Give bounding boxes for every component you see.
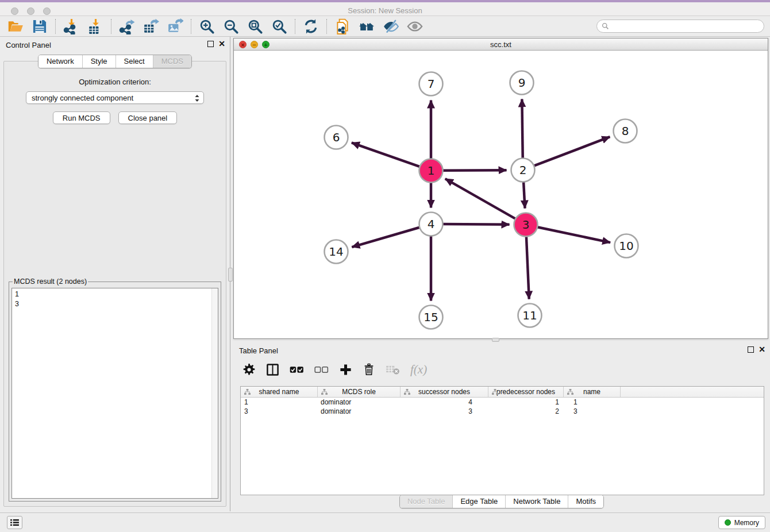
float-table-panel-icon[interactable] — [748, 346, 754, 353]
graph-edge-3-1[interactable] — [445, 179, 515, 219]
export-table-icon[interactable] — [143, 18, 160, 35]
network-window-titlebar[interactable]: × − + scc.txt — [234, 38, 768, 51]
node-table: shared nameMCDS rolesuccessor nodesprede… — [240, 386, 764, 495]
refresh-layout-icon[interactable] — [302, 18, 319, 35]
graph-edge-4-14[interactable] — [352, 228, 419, 247]
control-panel: Control Panel ✕ NetworkStyleSelectMCDS O… — [0, 37, 230, 511]
status-bar: Memory — [0, 512, 770, 532]
tab-edge-table[interactable]: Edge Table — [452, 495, 505, 508]
mcds-tab-content: Optimization criterion: strongly connect… — [3, 61, 226, 507]
close-panel-button[interactable]: Close panel — [118, 111, 178, 124]
close-table-panel-icon[interactable]: ✕ — [759, 346, 765, 353]
task-history-button[interactable] — [7, 516, 22, 529]
save-session-icon[interactable] — [31, 18, 48, 35]
cell-successor_nodes: 3 — [401, 407, 488, 415]
tab-motifs[interactable]: Motifs — [568, 495, 603, 508]
app-titlebar: Session: New Session — [0, 0, 770, 16]
run-mcds-button[interactable]: Run MCDS — [53, 111, 110, 124]
cell-name: 1 — [564, 398, 621, 406]
result-scrollbar[interactable] — [211, 288, 218, 498]
select-chevrons-icon — [194, 94, 200, 103]
delete-column-trash-icon[interactable] — [363, 363, 375, 376]
graph-node-label: 6 — [333, 130, 340, 144]
graph-edge-3-11[interactable] — [526, 236, 529, 299]
graph-edge-4-3[interactable] — [442, 224, 509, 225]
column-header-shared-name[interactable]: shared name — [241, 387, 318, 397]
import-network-icon[interactable] — [63, 18, 80, 35]
deselect-all-icon[interactable] — [314, 365, 329, 375]
graph-node-label: 4 — [428, 217, 435, 231]
zoom-in-icon[interactable] — [198, 18, 215, 35]
memory-button[interactable]: Memory — [718, 516, 765, 529]
table-body: 1dominator4113dominator323 — [241, 398, 764, 416]
vertical-splitter-handle[interactable] — [228, 268, 233, 282]
select-all-icon[interactable] — [290, 365, 304, 375]
table-row[interactable]: 1dominator411 — [241, 398, 764, 407]
mcds-result-values: 1 3 — [15, 290, 19, 309]
graph-node-label: 14 — [329, 245, 343, 259]
network-graph: 7968124314101511 — [234, 51, 768, 338]
graph-node-label: 15 — [424, 310, 438, 324]
column-header-predecessor-nodes[interactable]: predecessor nodes — [488, 387, 564, 397]
show-hide-panels-icon[interactable] — [382, 18, 399, 35]
close-panel-icon[interactable]: ✕ — [218, 41, 225, 47]
zoom-selected-icon[interactable] — [271, 18, 288, 35]
tab-node-table[interactable]: Node Table — [400, 495, 453, 508]
export-network-icon[interactable] — [118, 18, 136, 35]
column-header-MCDS-role[interactable]: MCDS role — [318, 387, 401, 397]
graph-node-label: 8 — [622, 124, 629, 138]
search-icon — [602, 22, 609, 30]
horizontal-splitter-handle[interactable] — [492, 338, 499, 342]
tab-network[interactable]: Network — [38, 55, 82, 68]
table-row[interactable]: 3dominator323 — [241, 407, 764, 416]
network-title: scc.txt — [234, 40, 768, 49]
graph-node-label: 7 — [428, 77, 435, 91]
float-panel-icon[interactable] — [207, 41, 214, 47]
criterion-selected-value: strongly connected component — [32, 94, 133, 102]
tab-network-table[interactable]: Network Table — [505, 495, 568, 508]
graph-node-label: 1 — [428, 164, 435, 178]
session-title: Session: New Session — [0, 6, 770, 15]
graph-edge-2-3[interactable] — [523, 182, 525, 208]
graph-node-label: 10 — [619, 239, 633, 253]
clone-network-icon[interactable] — [334, 18, 351, 35]
zoom-fit-icon[interactable] — [247, 18, 264, 35]
show-graphics-details-icon[interactable] — [406, 18, 424, 35]
table-panel: Table Panel ✕ f(x) shared nameMCDS rol — [233, 342, 770, 510]
graph-edge-1-6[interactable] — [352, 142, 420, 167]
show-column-panel-icon[interactable] — [266, 363, 279, 376]
cell-predecessor_nodes: 2 — [488, 407, 564, 415]
graph-edge-2-8[interactable] — [534, 137, 610, 166]
home-icon[interactable] — [358, 18, 375, 35]
network-view-window: × − + scc.txt 7968124314101511 — [233, 38, 768, 339]
graph-node-label: 2 — [519, 163, 527, 177]
cell-mcds_role: dominator — [318, 398, 401, 406]
search-input[interactable] — [612, 22, 759, 30]
cell-mcds_role: dominator — [318, 407, 401, 415]
open-session-icon[interactable] — [7, 18, 24, 35]
network-canvas[interactable]: 7968124314101511 — [234, 51, 768, 338]
optimization-criterion-select[interactable]: strongly connected component — [26, 91, 204, 104]
export-image-icon[interactable] — [167, 18, 184, 35]
import-table-icon[interactable] — [87, 18, 104, 35]
mcds-result-textarea[interactable]: 1 3 — [11, 288, 218, 499]
column-header-name[interactable]: name — [564, 387, 621, 397]
zoom-out-icon[interactable] — [222, 18, 240, 35]
graph-edge-1-2[interactable] — [442, 170, 506, 171]
optimization-criterion-label: Optimization criterion: — [4, 78, 226, 86]
graph-node-label: 11 — [522, 309, 537, 322]
table-panel-tabs: Node TableEdge TableNetwork TableMotifs — [399, 495, 604, 508]
tab-select[interactable]: Select — [116, 55, 153, 68]
graph-node-label: 9 — [518, 76, 526, 90]
table-panel-title: Table Panel — [239, 346, 278, 355]
column-header-successor-nodes[interactable]: successor nodes — [401, 387, 488, 397]
tab-style[interactable]: Style — [82, 55, 116, 68]
memory-status-icon — [725, 519, 731, 526]
create-column-plus-icon[interactable] — [339, 363, 352, 376]
table-toolbar: f(x) — [242, 361, 427, 378]
graph-edge-3-10[interactable] — [537, 227, 610, 242]
tab-mcds[interactable]: MCDS — [153, 55, 191, 68]
table-settings-gear-icon[interactable] — [242, 363, 256, 376]
cell-predecessor_nodes: 1 — [488, 398, 564, 406]
graph-edge-2-9[interactable] — [522, 99, 522, 158]
